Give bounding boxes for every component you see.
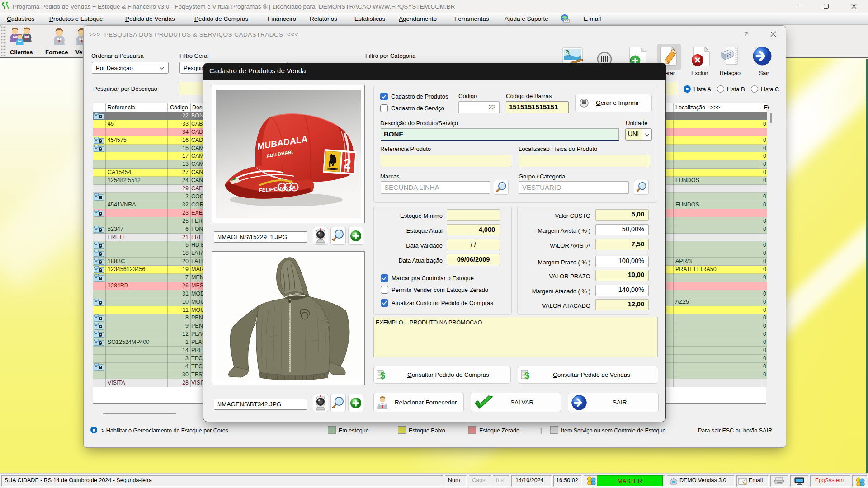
svg-text:$: $ [524, 371, 529, 380]
svg-text:$: $ [380, 371, 385, 380]
